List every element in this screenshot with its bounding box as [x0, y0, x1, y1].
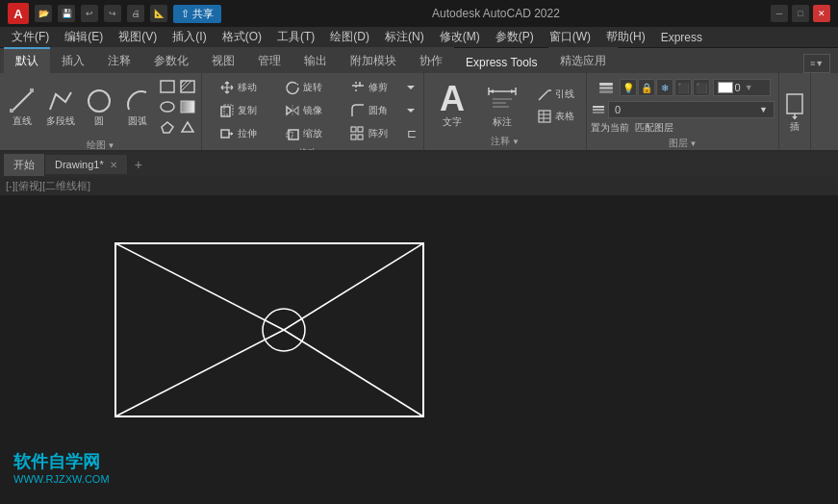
gradient-tool[interactable] — [178, 97, 197, 116]
annotation-tool[interactable]: 标注 — [478, 80, 526, 130]
undo-button[interactable]: ↩ — [81, 5, 98, 22]
menu-window[interactable]: 窗口(W) — [542, 27, 598, 47]
menu-help[interactable]: 帮助(H) — [598, 27, 653, 47]
draw-group: 直线 多段线 圆 — [0, 73, 202, 150]
svg-marker-13 — [296, 84, 298, 86]
region-tool[interactable] — [158, 117, 177, 137]
start-tab[interactable]: 开始 — [4, 154, 45, 176]
region-icon — [160, 120, 175, 134]
tab-addons[interactable]: 附加模块 — [339, 47, 408, 73]
svg-rect-2 — [30, 88, 34, 92]
tab-output[interactable]: 输出 — [292, 47, 339, 73]
move-tool[interactable]: 移动 — [206, 77, 269, 98]
rectangle-tool[interactable] — [158, 77, 177, 96]
tab-view[interactable]: 视图 — [200, 47, 246, 73]
scale-icon — [285, 126, 300, 141]
menu-tools[interactable]: 工具(T) — [269, 27, 322, 47]
trim-tool[interactable]: 修剪 — [337, 77, 400, 98]
tab-collaborate[interactable]: 协作 — [408, 47, 454, 73]
hatch-tool[interactable] — [178, 77, 197, 96]
menu-modify[interactable]: 修改(M) — [432, 27, 488, 47]
stretch-label: 拉伸 — [238, 128, 257, 139]
menu-annotate[interactable]: 标注(N) — [377, 27, 432, 47]
drawing-tab[interactable]: Drawing1* ✕ — [45, 155, 128, 174]
rotate-tool[interactable]: 旋转 — [271, 77, 335, 98]
draw-group-expand[interactable]: ▼ — [108, 141, 115, 150]
layer-icon-1[interactable]: 💡 — [620, 79, 637, 96]
layer-properties-tool[interactable] — [596, 77, 617, 98]
wipeout-tool[interactable] — [178, 117, 197, 137]
layer-selector[interactable]: 0 ▼ — [608, 101, 775, 118]
svg-rect-5 — [181, 81, 194, 92]
copy-tool[interactable]: 复制 — [206, 100, 269, 121]
annotation-label: 标注 — [493, 116, 512, 128]
viewport-label: [-][俯视][二维线框] — [0, 177, 838, 195]
tab-manage[interactable]: 管理 — [246, 47, 292, 73]
save-button[interactable]: 💾 — [58, 5, 75, 22]
annotation-icon — [485, 82, 520, 116]
insert-tool[interactable]: 插 — [781, 87, 808, 137]
layer-icon-4[interactable]: ⬛ — [674, 79, 692, 96]
scale-tool[interactable]: 缩放 — [271, 123, 335, 144]
table-tool[interactable]: 表格 — [528, 106, 582, 127]
open-button[interactable]: 📂 — [35, 5, 52, 22]
annotate-group-label: 注释 ▼ — [491, 135, 520, 148]
fillet-expand[interactable] — [402, 100, 419, 121]
menu-view[interactable]: 视图(V) — [111, 27, 165, 47]
polyline-tool[interactable]: 多段线 — [42, 82, 79, 132]
svg-rect-54 — [593, 106, 604, 108]
svg-rect-34 — [358, 135, 363, 139]
canvas-area[interactable]: 软件自学网 WWW.RJZXW.COM — [0, 195, 838, 504]
tab-parametric[interactable]: 参数化 — [142, 47, 200, 73]
minimize-button[interactable]: ─ — [771, 5, 788, 22]
menu-draw[interactable]: 绘图(D) — [322, 27, 377, 47]
watermark-line2: WWW.RJZXW.COM — [13, 473, 110, 485]
workspace-switcher[interactable]: ≡▼ — [803, 54, 830, 73]
close-button[interactable]: ✕ — [813, 5, 830, 22]
text-tool[interactable]: A 文字 — [428, 80, 476, 130]
circle-tool[interactable]: 圆 — [81, 82, 117, 132]
maximize-button[interactable]: □ — [792, 5, 809, 22]
fillet-tool[interactable]: 圆角 — [337, 100, 400, 121]
title-bar-left: A 📂 💾 ↩ ↪ 🖨 📐 ⇧ 共享 — [8, 3, 221, 24]
layer-icon-2[interactable]: 🔒 — [638, 79, 655, 96]
menu-insert[interactable]: 插入(I) — [165, 27, 214, 47]
tab-insert[interactable]: 插入 — [50, 47, 96, 73]
layer-icon-3[interactable]: ❄ — [656, 79, 673, 96]
add-tab-button[interactable]: + — [128, 154, 149, 175]
trim-expand[interactable] — [402, 77, 419, 98]
share-button[interactable]: ⇧ 共享 — [173, 5, 221, 23]
tab-featured-apps[interactable]: 精选应用 — [548, 47, 618, 73]
annotate-group-expand[interactable]: ▼ — [512, 138, 520, 146]
layer-number-box[interactable]: 0 ▼ — [713, 79, 771, 96]
redo-button[interactable]: ↪ — [104, 5, 121, 22]
dropdown-arrow[interactable]: ▼ — [745, 83, 753, 92]
menu-parametric[interactable]: 参数(P) — [488, 27, 542, 47]
text-icon: A — [440, 82, 465, 116]
drawing-tab-close[interactable]: ✕ — [110, 160, 117, 170]
menu-express[interactable]: Express — [653, 29, 710, 46]
tab-default[interactable]: 默认 — [4, 47, 50, 73]
array-tool[interactable]: 阵列 — [337, 123, 400, 144]
menu-bar: 文件(F) 编辑(E) 视图(V) 插入(I) 格式(O) 工具(T) 绘图(D… — [0, 27, 838, 48]
menu-file[interactable]: 文件(F) — [4, 27, 57, 47]
fillet-label: 圆角 — [368, 105, 388, 116]
tab-annotate[interactable]: 注释 — [96, 47, 142, 73]
copy-icon — [219, 103, 235, 118]
ellipse-tool[interactable] — [158, 97, 177, 116]
layer-icon-5[interactable]: ⬛ — [693, 79, 710, 96]
menu-format[interactable]: 格式(O) — [215, 27, 269, 47]
array-icon — [350, 126, 366, 141]
modify-extra[interactable]: ⊏ — [402, 123, 419, 144]
mirror-tool[interactable]: 镜像 — [271, 100, 335, 121]
plot-button[interactable]: 📐 — [150, 5, 167, 22]
arc-tool[interactable]: 圆弧 — [119, 82, 156, 132]
tab-express-tools[interactable]: Express Tools — [454, 50, 548, 73]
line-tool[interactable]: 直线 — [4, 82, 40, 132]
print-button[interactable]: 🖨 — [127, 5, 144, 22]
menu-edit[interactable]: 编辑(E) — [57, 27, 111, 47]
main-content: [-][俯视][二维线框] 软件自学网 WWW.RJZXW.COM — [0, 177, 838, 504]
stretch-tool[interactable]: 拉伸 — [206, 123, 269, 144]
layer-group-expand[interactable]: ▼ — [690, 139, 698, 148]
leader-tool[interactable]: 引线 — [528, 84, 582, 105]
